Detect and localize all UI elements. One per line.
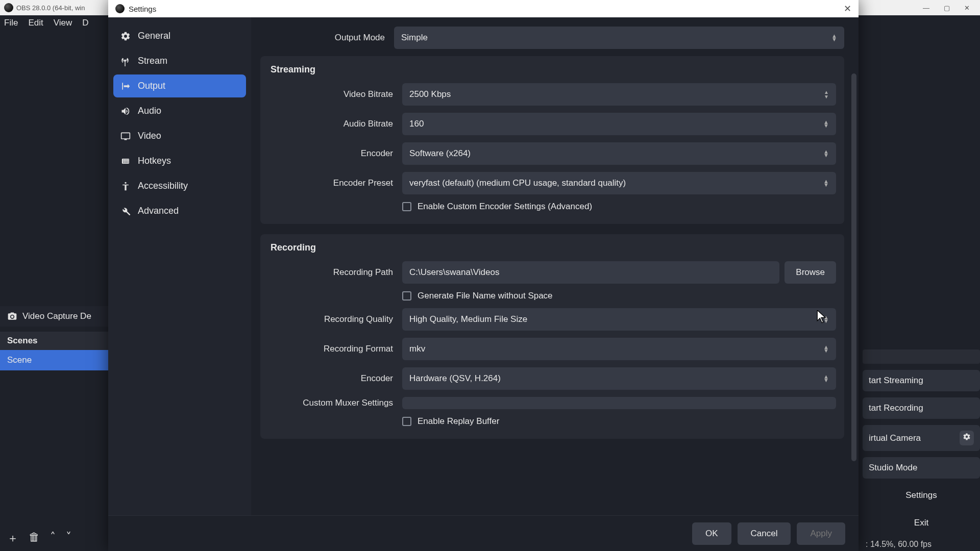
muxer-input[interactable] bbox=[402, 397, 836, 409]
settings-close-button[interactable]: ✕ bbox=[844, 3, 851, 14]
custom-encoder-label: Enable Custom Encoder Settings (Advanced… bbox=[418, 202, 592, 212]
chevron-updown-icon: ▲▼ bbox=[823, 180, 829, 187]
sidebar-item-output[interactable]: Output bbox=[113, 74, 246, 97]
monitor-icon bbox=[120, 131, 131, 141]
move-up-button[interactable]: ˄ bbox=[50, 531, 56, 546]
streaming-encoder-label: Encoder bbox=[268, 148, 402, 159]
scenes-header: Scenes bbox=[0, 332, 110, 350]
checkbox-icon[interactable] bbox=[402, 417, 411, 426]
recording-section: Recording Recording Path C:\Users\swana\… bbox=[260, 234, 844, 439]
close-button[interactable]: ✕ bbox=[964, 4, 970, 12]
menu-edit[interactable]: Edit bbox=[28, 18, 43, 28]
sidebar-item-accessibility[interactable]: Accessibility bbox=[113, 174, 246, 197]
gear-icon[interactable] bbox=[960, 431, 974, 445]
audio-bitrate-select[interactable]: 160 ▲▼ bbox=[402, 113, 836, 135]
virtual-camera-button[interactable]: irtual Camera bbox=[863, 425, 980, 451]
chevron-updown-icon: ▲▼ bbox=[823, 150, 829, 157]
main-window-title: OBS 28.0.0 (64-bit, win bbox=[16, 4, 85, 12]
spinner-icon[interactable]: ▲▼ bbox=[824, 90, 829, 99]
browse-button[interactable]: Browse bbox=[785, 261, 836, 284]
filename-nospace-checkbox-row[interactable]: Generate File Name without Space bbox=[402, 291, 836, 301]
source-item-label: Video Capture De bbox=[22, 311, 91, 321]
audio-bitrate-value: 160 bbox=[409, 119, 424, 129]
sidebar-item-general[interactable]: General bbox=[113, 24, 246, 47]
menu-docks[interactable]: D bbox=[82, 18, 88, 28]
recording-quality-value: High Quality, Medium File Size bbox=[409, 314, 527, 324]
audio-bitrate-label: Audio Bitrate bbox=[268, 119, 402, 129]
sidebar-item-hotkeys[interactable]: Hotkeys bbox=[113, 149, 246, 172]
sidebar-item-video[interactable]: Video bbox=[113, 124, 246, 147]
menu-file[interactable]: File bbox=[4, 18, 18, 28]
sidebar-item-label: Video bbox=[138, 131, 161, 141]
minimize-button[interactable]: — bbox=[923, 4, 929, 12]
video-bitrate-input[interactable]: 2500 Kbps ▲▼ bbox=[402, 83, 836, 106]
output-mode-select[interactable]: Simple ▲▼ bbox=[394, 27, 844, 49]
output-mode-value: Simple bbox=[401, 33, 428, 43]
sidebar-item-label: Advanced bbox=[138, 206, 179, 216]
streaming-section: Streaming Video Bitrate 2500 Kbps ▲▼ Aud… bbox=[260, 56, 844, 224]
sidebar-item-audio[interactable]: Audio bbox=[113, 99, 246, 122]
gear-icon bbox=[120, 31, 131, 41]
content-scrollbar[interactable] bbox=[851, 73, 856, 461]
chevron-updown-icon: ▲▼ bbox=[823, 316, 829, 323]
settings-footer: OK Cancel Apply bbox=[108, 515, 859, 551]
apply-button[interactable]: Apply bbox=[797, 522, 845, 545]
encoder-preset-value: veryfast (default) (medium CPU usage, st… bbox=[409, 178, 626, 188]
svg-point-0 bbox=[125, 182, 126, 183]
move-down-button[interactable]: ˅ bbox=[66, 531, 71, 546]
antenna-icon bbox=[120, 56, 131, 66]
recording-format-label: Recording Format bbox=[268, 344, 402, 354]
output-icon bbox=[120, 81, 131, 91]
output-mode-label: Output Mode bbox=[260, 33, 394, 43]
video-bitrate-label: Video Bitrate bbox=[268, 89, 402, 99]
status-bar: : 14.5%, 60.00 fps bbox=[863, 537, 980, 549]
remove-scene-button[interactable]: 🗑 bbox=[29, 531, 40, 546]
recording-format-select[interactable]: mkv ▲▼ bbox=[402, 338, 836, 360]
add-scene-button[interactable]: ＋ bbox=[7, 531, 18, 546]
replay-buffer-checkbox-row[interactable]: Enable Replay Buffer bbox=[402, 416, 836, 427]
maximize-button[interactable]: ▢ bbox=[944, 4, 950, 12]
checkbox-icon[interactable] bbox=[402, 202, 411, 211]
encoder-preset-select[interactable]: veryfast (default) (medium CPU usage, st… bbox=[402, 172, 836, 194]
settings-content: Output Mode Simple ▲▼ Streaming Video Bi… bbox=[251, 17, 859, 515]
chevron-updown-icon: ▲▼ bbox=[831, 34, 837, 41]
filename-nospace-label: Generate File Name without Space bbox=[418, 291, 553, 301]
video-bitrate-value: 2500 Kbps bbox=[409, 89, 451, 99]
tools-icon bbox=[120, 206, 131, 216]
menu-view[interactable]: View bbox=[54, 18, 72, 28]
settings-sidebar: General Stream Output Audio Video Hotkey… bbox=[108, 17, 251, 515]
streaming-heading: Streaming bbox=[268, 64, 836, 75]
keyboard-icon bbox=[120, 156, 131, 166]
start-streaming-button[interactable]: tart Streaming bbox=[863, 370, 980, 391]
speaker-icon bbox=[120, 106, 131, 116]
start-recording-button[interactable]: tart Recording bbox=[863, 397, 980, 419]
recording-quality-select[interactable]: High Quality, Medium File Size ▲▼ bbox=[402, 308, 836, 331]
exit-button[interactable]: Exit bbox=[863, 512, 980, 534]
streaming-encoder-value: Software (x264) bbox=[409, 148, 471, 159]
accessibility-icon bbox=[120, 181, 131, 191]
source-item[interactable]: Video Capture De bbox=[0, 306, 110, 327]
scene-item[interactable]: Scene bbox=[0, 350, 110, 370]
cancel-button[interactable]: Cancel bbox=[738, 522, 791, 545]
sidebar-item-label: Output bbox=[138, 81, 165, 91]
studio-mode-button[interactable]: Studio Mode bbox=[863, 457, 980, 479]
ok-button[interactable]: OK bbox=[692, 522, 731, 545]
obs-logo-icon bbox=[4, 3, 13, 12]
sidebar-item-stream[interactable]: Stream bbox=[113, 49, 246, 72]
settings-dialog: Settings ✕ General Stream Output Audio bbox=[108, 0, 859, 551]
main-controls-panel: tart Streaming tart Recording irtual Cam… bbox=[863, 31, 980, 551]
chevron-updown-icon: ▲▼ bbox=[823, 120, 829, 128]
recording-path-input[interactable]: C:\Users\swana\Videos bbox=[402, 261, 779, 284]
sidebar-item-advanced[interactable]: Advanced bbox=[113, 199, 246, 222]
custom-encoder-checkbox-row[interactable]: Enable Custom Encoder Settings (Advanced… bbox=[402, 202, 836, 212]
streaming-encoder-select[interactable]: Software (x264) ▲▼ bbox=[402, 142, 836, 165]
settings-button-main[interactable]: Settings bbox=[863, 485, 980, 506]
settings-titlebar: Settings ✕ bbox=[108, 0, 859, 17]
recording-path-label: Recording Path bbox=[268, 267, 402, 278]
checkbox-icon[interactable] bbox=[402, 291, 411, 300]
recording-encoder-select[interactable]: Hardware (QSV, H.264) ▲▼ bbox=[402, 367, 836, 390]
settings-title: Settings bbox=[129, 5, 156, 13]
encoder-preset-label: Encoder Preset bbox=[268, 178, 402, 188]
sidebar-item-label: Audio bbox=[138, 106, 161, 116]
camera-icon bbox=[7, 311, 17, 321]
